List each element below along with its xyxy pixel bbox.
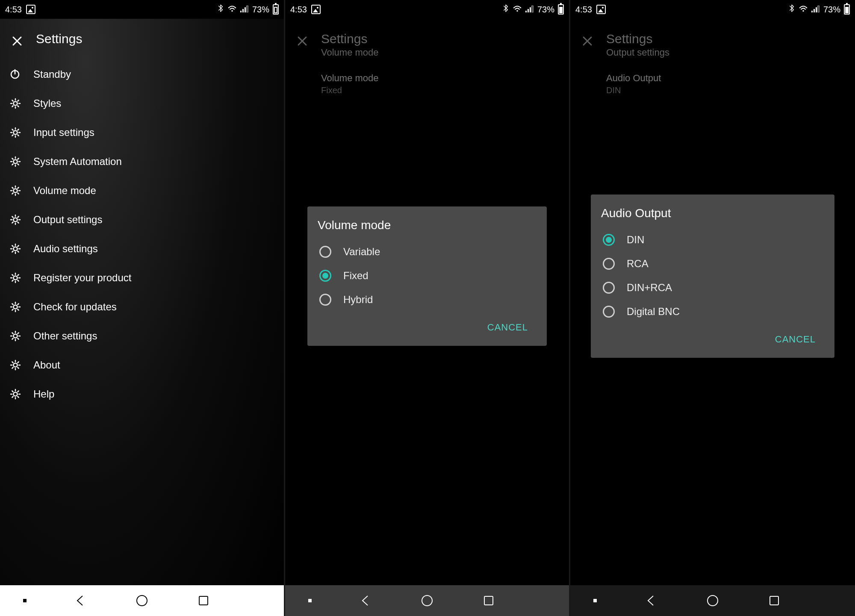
settings-item-about[interactable]: About — [0, 351, 284, 380]
status-bar: 4:53 73% — [0, 0, 284, 19]
pref-title: Audio Output — [606, 73, 819, 84]
close-button[interactable] — [579, 32, 596, 50]
settings-item-output-settings[interactable]: Output settings — [0, 205, 284, 234]
nav-home-button[interactable] — [705, 593, 720, 608]
signal-icon — [525, 5, 534, 15]
header: Settings Output settings — [570, 19, 855, 68]
option-fixed[interactable]: Fixed — [318, 264, 537, 288]
pref-audio-output[interactable]: Audio Output DIN — [570, 68, 855, 104]
battery-percent: 73% — [252, 5, 269, 15]
radio-icon — [319, 294, 331, 306]
status-clock: 4:53 — [575, 5, 592, 15]
settings-list: Standby Styles Input settings System Aut… — [0, 60, 284, 409]
nav-bar — [570, 585, 855, 616]
nav-drawer-dot[interactable] — [23, 599, 27, 602]
gear-icon — [9, 242, 22, 256]
nav-recent-button[interactable] — [481, 593, 496, 608]
wifi-icon — [513, 5, 522, 15]
nav-back-button[interactable] — [358, 593, 373, 608]
bluetooth-icon — [787, 5, 795, 15]
option-din-rca[interactable]: DIN+RCA — [601, 276, 824, 300]
option-variable[interactable]: Variable — [318, 240, 537, 264]
option-label: DIN — [627, 234, 644, 246]
pref-title: Volume mode — [321, 73, 533, 84]
option-label: RCA — [627, 258, 649, 270]
page-title: Settings — [606, 32, 669, 46]
option-din[interactable]: DIN — [601, 228, 824, 252]
settings-item-styles[interactable]: Styles — [0, 89, 284, 118]
pref-value: Fixed — [321, 85, 533, 95]
gear-icon — [9, 271, 22, 285]
settings-item-label: Styles — [33, 97, 61, 109]
cancel-button[interactable]: CANCEL — [770, 330, 821, 349]
settings-item-label: Standby — [33, 68, 71, 80]
body: Audio Output DIN RCA DIN+RCA — [570, 104, 855, 585]
settings-item-check-updates[interactable]: Check for updates — [0, 292, 284, 321]
power-icon — [9, 68, 22, 81]
page-title: Settings — [36, 32, 82, 46]
signal-icon — [240, 5, 249, 15]
dialog-overlay[interactable]: Audio Output DIN RCA DIN+RCA — [570, 104, 855, 585]
nav-recent-button[interactable] — [196, 593, 211, 608]
nav-drawer-dot[interactable] — [308, 599, 312, 602]
nav-back-button[interactable] — [643, 593, 659, 608]
gear-icon — [9, 126, 22, 139]
settings-item-register-product[interactable]: Register your product — [0, 263, 284, 292]
gear-icon — [9, 213, 22, 227]
close-button[interactable] — [9, 32, 26, 50]
nav-home-button[interactable] — [134, 593, 150, 608]
settings-item-label: Volume mode — [33, 185, 96, 197]
gear-icon — [9, 155, 22, 168]
pref-volume-mode[interactable]: Volume mode Fixed — [285, 68, 569, 104]
option-label: Digital BNC — [627, 306, 680, 318]
header: Settings Volume mode — [285, 19, 569, 68]
header: Settings — [0, 19, 284, 60]
settings-item-volume-mode[interactable]: Volume mode — [0, 176, 284, 205]
option-label: DIN+RCA — [627, 282, 672, 294]
settings-item-label: Output settings — [33, 214, 102, 226]
close-button[interactable] — [294, 32, 311, 50]
settings-item-label: About — [33, 359, 60, 371]
pref-value: DIN — [606, 85, 819, 95]
nav-back-button[interactable] — [73, 593, 88, 608]
settings-item-audio-settings[interactable]: Audio settings — [0, 234, 284, 263]
dialog-options: Variable Fixed Hybrid — [318, 240, 537, 312]
option-label: Hybrid — [343, 294, 373, 306]
screen-volume-mode: 4:53 73% Settings Volume mode Volume mod… — [285, 0, 569, 616]
settings-item-standby[interactable]: Standby — [0, 60, 284, 89]
option-rca[interactable]: RCA — [601, 252, 824, 276]
battery-percent: 73% — [537, 5, 554, 15]
battery-icon — [844, 4, 850, 15]
nav-recent-button[interactable] — [767, 593, 782, 608]
gear-icon — [9, 184, 22, 197]
settings-item-other-settings[interactable]: Other settings — [0, 321, 284, 351]
page-subtitle: Output settings — [606, 47, 669, 58]
settings-item-input-settings[interactable]: Input settings — [0, 118, 284, 147]
radio-icon — [603, 306, 615, 318]
gear-icon — [9, 300, 22, 314]
settings-item-label: Help — [33, 388, 54, 400]
nav-home-button[interactable] — [419, 593, 435, 608]
nav-drawer-dot[interactable] — [593, 599, 597, 602]
radio-icon — [603, 234, 615, 246]
battery-percent: 73% — [823, 5, 840, 15]
settings-item-label: Check for updates — [33, 301, 117, 313]
dialog-overlay[interactable]: Volume mode Variable Fixed Hybrid — [285, 104, 569, 585]
volume-mode-dialog: Volume mode Variable Fixed Hybrid — [307, 206, 547, 346]
settings-item-system-automation[interactable]: System Automation — [0, 147, 284, 176]
screen-settings-list: 4:53 73% Settings Standby — [0, 0, 284, 616]
cancel-button[interactable]: CANCEL — [482, 318, 533, 337]
notification-image-icon — [311, 5, 321, 14]
wifi-icon — [799, 5, 808, 15]
page-title: Settings — [321, 32, 379, 46]
dialog-title: Audio Output — [601, 206, 824, 220]
gear-icon — [9, 387, 22, 401]
option-hybrid[interactable]: Hybrid — [318, 288, 537, 312]
radio-icon — [319, 246, 331, 258]
settings-item-help[interactable]: Help — [0, 380, 284, 409]
nav-bar — [0, 585, 284, 616]
battery-icon — [558, 4, 564, 15]
option-digital-bnc[interactable]: Digital BNC — [601, 300, 824, 324]
settings-item-label: Register your product — [33, 272, 131, 284]
status-clock: 4:53 — [5, 5, 22, 15]
